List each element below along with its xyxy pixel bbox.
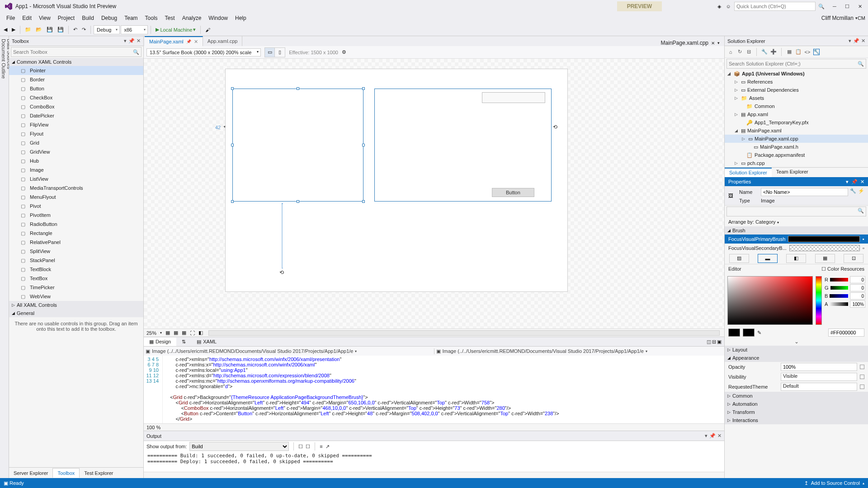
toolbox-search[interactable]: 🔍 xyxy=(11,47,142,57)
no-brush-tab[interactable]: ▨ xyxy=(729,254,749,263)
hue-slider[interactable] xyxy=(816,276,822,325)
wrench-icon[interactable]: 🔧 xyxy=(850,188,856,196)
snap-icon[interactable]: ▦ xyxy=(174,330,178,336)
toolbox-item-menuflyout[interactable]: ▢MenuFlyout xyxy=(9,192,143,202)
cat-layout[interactable]: ▷Layout xyxy=(725,346,868,354)
menu-project[interactable]: Project xyxy=(54,14,78,23)
menu-tools[interactable]: Tools xyxy=(142,14,161,23)
close-icon[interactable]: ✕ xyxy=(717,433,722,439)
toolbox-item-combobox[interactable]: ▢ComboBox xyxy=(9,102,143,111)
toolbox-item-pivotitem[interactable]: ▢PivotItem xyxy=(9,211,143,220)
toggle-icon[interactable]: ◧ xyxy=(198,330,203,336)
node-mainpage-h[interactable]: MainPage.xaml.h xyxy=(760,144,798,150)
save-all-button[interactable]: 💾 xyxy=(56,26,66,33)
menu-build[interactable]: Build xyxy=(78,14,98,23)
new-project-button[interactable]: 📁 xyxy=(23,26,33,33)
add-icon[interactable]: ➕ xyxy=(770,49,777,55)
quick-launch-input[interactable] xyxy=(734,2,816,11)
canvas-button[interactable]: Button xyxy=(492,188,534,197)
tab-server-explorer[interactable]: Server Explorer xyxy=(9,469,52,478)
settings-icon[interactable]: ⚙ xyxy=(342,49,346,55)
b-input[interactable] xyxy=(850,292,865,300)
toolbox-item-relativepanel[interactable]: ▢RelativePanel xyxy=(9,238,143,247)
redo-button[interactable]: ↷ xyxy=(80,26,88,33)
tab-app-xaml-cpp[interactable]: App.xaml.cpp xyxy=(203,36,243,46)
project-root[interactable]: App1 (Universal Windows) xyxy=(742,71,805,76)
output-text[interactable]: ========== Build: 1 succeeded, 0 failed,… xyxy=(144,452,724,472)
rail-doc-outline[interactable]: Document Outline xyxy=(1,39,6,467)
code-editor[interactable]: 3 4 5 6 7 8 9 10 11 12 13 14 c-red">xmln… xyxy=(144,356,724,423)
menu-team[interactable]: Team xyxy=(121,14,141,23)
curr-color-swatch[interactable] xyxy=(743,328,755,337)
toolbox-item-checkbox[interactable]: ▢CheckBox xyxy=(9,93,143,102)
tab-xaml[interactable]: ▤ XAML xyxy=(191,338,222,346)
fit-icon[interactable]: ⛶ xyxy=(190,330,195,336)
toolbox-item-image[interactable]: ▢Image xyxy=(9,165,143,174)
wrench-icon[interactable]: 🔧 xyxy=(813,49,820,55)
goto-icon[interactable]: ↗ xyxy=(326,444,330,450)
group-general[interactable]: ◢General xyxy=(9,309,143,317)
open-button[interactable]: 📂 xyxy=(34,26,44,33)
node-manifest[interactable]: Package.appxmanifest xyxy=(755,152,805,158)
close-button[interactable]: ✕ xyxy=(854,2,866,11)
notification-icon[interactable]: ◈ xyxy=(716,3,722,9)
marker-icon[interactable] xyxy=(860,365,864,369)
wrap-icon[interactable]: ≡ xyxy=(320,444,322,449)
nav-fwd-button[interactable]: ▶ xyxy=(10,26,17,33)
home-icon[interactable]: ⌂ xyxy=(727,49,734,55)
toolbox-item-webview[interactable]: ▢WebView xyxy=(9,292,143,301)
cat-brush[interactable]: ◢Brush xyxy=(725,226,868,235)
menu-view[interactable]: View xyxy=(35,14,54,23)
node-references[interactable]: References xyxy=(747,79,773,84)
toolbox-item-button[interactable]: ▢Button xyxy=(9,84,143,93)
split-v-icon[interactable]: ⊟ xyxy=(712,339,716,345)
color-editor[interactable]: R G B A xyxy=(725,273,868,328)
node-pchcpp[interactable]: pch.cpp xyxy=(747,160,765,166)
expand-brush-icon[interactable]: ⌄ xyxy=(725,338,868,346)
node-mainpage-cpp[interactable]: MainPage.xaml.cpp xyxy=(755,136,798,141)
prev-color-swatch[interactable] xyxy=(728,328,740,337)
arrange-by[interactable]: Arrange by: Category ▾ xyxy=(725,217,868,226)
cat-automation[interactable]: ▷Automation xyxy=(725,400,868,408)
menu-test[interactable]: Test xyxy=(161,14,179,23)
path1[interactable]: Image (../../Users/ericmitt.REDMOND/Docu… xyxy=(152,348,353,354)
event-icon[interactable]: ⚡ xyxy=(858,188,864,196)
cat-appearance[interactable]: ◢Appearance xyxy=(725,354,868,362)
menu-help[interactable]: Help xyxy=(231,14,250,23)
signed-in-user[interactable]: Cliff Mcmillan xyxy=(821,15,854,21)
toolbox-item-textblock[interactable]: ▢TextBlock xyxy=(9,265,143,274)
r-input[interactable] xyxy=(850,276,865,283)
grid-icon[interactable]: ▦ xyxy=(165,330,170,336)
g-input[interactable] xyxy=(850,284,865,291)
hex-input[interactable] xyxy=(828,328,864,337)
dropdown-icon[interactable]: ▾ xyxy=(705,433,708,439)
close-icon[interactable]: ✕ xyxy=(137,38,141,44)
solution-tree[interactable]: ◢📦App1 (Universal Windows) ▷▭References … xyxy=(725,70,868,167)
tile-brush-tab[interactable]: ▦ xyxy=(815,254,835,263)
toolbox-item-pivot[interactable]: ▢Pivot xyxy=(9,202,143,211)
tool-icon[interactable]: 🔧 xyxy=(761,49,768,55)
menu-analyze[interactable]: Analyze xyxy=(179,14,205,23)
close-icon[interactable]: ✕ xyxy=(194,39,198,45)
node-deps[interactable]: External Dependencies xyxy=(747,87,799,93)
toolbox-item-rectangle[interactable]: ▢Rectangle xyxy=(9,229,143,238)
properties-icon[interactable]: 📋 xyxy=(795,49,802,55)
resource-brush-tab[interactable]: ⊡ xyxy=(844,254,863,263)
cat-transform[interactable]: ▷Transform xyxy=(725,408,868,416)
search-icon[interactable]: 🔍 xyxy=(818,3,825,9)
toolbox-item-flipview[interactable]: ▢FlipView xyxy=(9,120,143,129)
show-all-icon[interactable]: ▦ xyxy=(786,49,793,55)
menu-window[interactable]: Window xyxy=(205,14,231,23)
pin-icon[interactable]: 📌 xyxy=(851,179,858,185)
pin-icon[interactable]: 📌 xyxy=(853,38,859,44)
tool-extra-button[interactable]: 🖌 xyxy=(203,26,212,33)
toolbox-item-datepicker[interactable]: ▢DatePicker xyxy=(9,111,143,120)
expand-icon[interactable]: ▣ xyxy=(717,339,722,345)
clear-icon[interactable]: ☐ xyxy=(298,444,303,450)
close-icon[interactable]: ✕ xyxy=(711,41,715,46)
marker-icon[interactable] xyxy=(860,385,864,389)
output-source-combo[interactable]: Build xyxy=(189,442,289,451)
nav-back-button[interactable]: ◀ xyxy=(2,26,9,33)
saturation-picker[interactable] xyxy=(727,276,813,325)
eyedropper-icon[interactable]: ✎ xyxy=(757,330,761,336)
